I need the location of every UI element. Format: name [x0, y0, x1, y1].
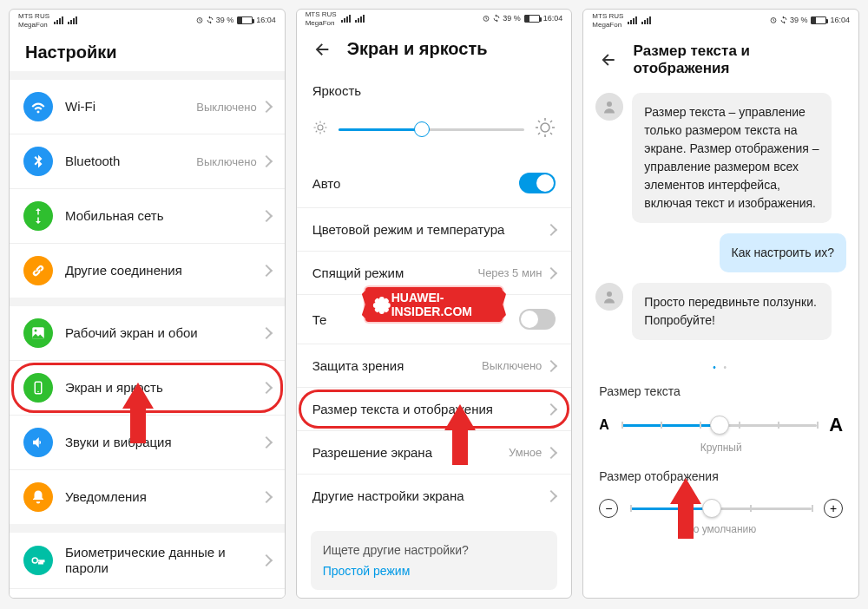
row-label: Экран и яркость	[65, 380, 262, 396]
row-home-wallpaper[interactable]: Рабочий экран и обои	[10, 306, 285, 361]
row-value: Выключено	[196, 101, 256, 114]
row-label: Уведомления	[65, 489, 262, 505]
clock: 16:04	[256, 16, 276, 24]
signal-icon	[54, 16, 63, 24]
auto-toggle[interactable]	[519, 173, 556, 193]
svg-line-28	[550, 121, 552, 122]
speaker-icon	[23, 428, 53, 457]
red-arrow-annotation	[670, 478, 701, 504]
letter-a-small-icon: A	[599, 417, 609, 433]
row-label: Мобильная сеть	[65, 208, 262, 224]
battery-icon	[811, 16, 826, 24]
page-indicator: • •	[583, 363, 858, 372]
alarm-icon	[482, 14, 490, 23]
row-label: Биометрические данные и пароли	[65, 545, 262, 576]
sync-icon	[779, 16, 788, 24]
chevron-right-icon	[545, 403, 557, 415]
toggle[interactable]	[519, 309, 556, 330]
svg-point-31	[607, 291, 612, 297]
row-value: Умное	[509, 446, 542, 459]
signal-icon-2	[641, 16, 651, 24]
chevron-right-icon	[545, 223, 557, 235]
letter-a-big-icon: A	[829, 414, 843, 436]
sync-icon	[492, 14, 501, 23]
chevron-right-icon	[260, 554, 273, 566]
svg-point-20	[541, 123, 549, 132]
row-label: Защита зрения	[312, 358, 482, 373]
row-eye-comfort[interactable]: Защита зрения Выключено	[297, 344, 572, 388]
key-icon	[23, 546, 53, 575]
plus-icon[interactable]: +	[824, 499, 843, 518]
header: Размер текста и отображения	[583, 30, 858, 86]
chevron-right-icon	[545, 266, 557, 278]
phone-screen-display: MTS RUS MegaFon 39 % 16:04 Экран и яркос…	[296, 9, 573, 599]
signal-icon	[341, 15, 351, 23]
svg-line-19	[323, 123, 325, 125]
chevron-right-icon	[260, 155, 273, 167]
row-bluetooth[interactable]: Bluetooth Выключено	[10, 134, 285, 189]
row-notifications[interactable]: Уведомления	[10, 470, 285, 524]
row-label: Bluetooth	[65, 154, 196, 169]
phone-screen-settings: MTS RUS MegaFon 39 % 16:04 Настройки	[9, 9, 286, 599]
text-size-slider[interactable]	[621, 424, 817, 427]
battery-icon	[237, 16, 253, 24]
huawei-logo-icon	[374, 297, 386, 312]
display-size-slider[interactable]	[630, 508, 812, 510]
phone-screen-text-size: MTS RUS MegaFon 39 % 16:04 Размер текста…	[582, 9, 859, 599]
svg-line-25	[538, 121, 540, 122]
header: Настройки	[10, 30, 285, 71]
chevron-right-icon	[260, 436, 273, 449]
minus-icon[interactable]: −	[599, 499, 618, 518]
chevron-right-icon	[260, 382, 273, 394]
clock: 16:04	[543, 14, 563, 23]
row-apps[interactable]: Приложения	[10, 589, 285, 598]
row-more-display[interactable]: Другие настройки экрана	[297, 475, 572, 517]
chevron-right-icon	[260, 210, 273, 222]
row-label: Wi-Fi	[65, 99, 196, 115]
avatar-icon	[595, 283, 623, 311]
row-biometrics[interactable]: Биометрические данные и пароли	[10, 533, 285, 589]
svg-line-26	[550, 133, 552, 134]
row-mobile[interactable]: Мобильная сеть	[10, 189, 285, 244]
carrier-2: MegaFon	[18, 21, 48, 29]
sync-icon	[206, 16, 214, 24]
svg-point-4	[37, 391, 39, 393]
back-arrow-icon[interactable]	[312, 40, 332, 59]
svg-point-30	[607, 102, 612, 107]
row-auto-brightness[interactable]: Авто	[297, 159, 572, 208]
row-label: Размер текста и отображения	[312, 402, 548, 416]
red-arrow-annotation	[444, 404, 476, 430]
row-sounds[interactable]: Звуки и вибрация	[10, 416, 285, 470]
row-label: Звуки и вибрация	[65, 435, 262, 450]
row-label: Другие настройки экрана	[312, 488, 548, 503]
row-wifi[interactable]: Wi-Fi Выключено	[10, 80, 285, 134]
sun-big-icon	[535, 117, 556, 141]
carrier-1: MTS RUS	[306, 10, 337, 18]
hint-question: Ищете другие настройки?	[323, 543, 546, 557]
battery-pct: 39 %	[216, 16, 234, 24]
chat-bubble: Просто передвиньте ползунки. Попробуйте!	[632, 283, 832, 340]
brightness-slider[interactable]	[339, 128, 525, 131]
row-other-connections[interactable]: Другие соединения	[10, 244, 285, 298]
mobile-data-icon	[23, 201, 53, 231]
chevron-right-icon	[260, 265, 273, 277]
wifi-icon	[23, 92, 53, 121]
settings-list: Wi-Fi Выключено Bluetooth Выключено Моби…	[10, 71, 285, 598]
row-color-mode[interactable]: Цветовой режим и температура	[297, 208, 572, 252]
battery-icon	[524, 15, 540, 23]
signal-icon-2	[355, 15, 365, 23]
signal-icon-2	[68, 16, 77, 24]
hint-link-simple-mode[interactable]: Простой режим	[323, 564, 546, 578]
brightness-slider-row	[297, 105, 572, 159]
bluetooth-icon	[23, 147, 53, 176]
row-label: Другие соединения	[65, 263, 262, 278]
display-size-slider-row: − +	[599, 499, 843, 518]
sun-small-icon	[312, 120, 328, 139]
row-resolution[interactable]: Разрешение экрана Умное	[297, 431, 572, 475]
status-bar: MTS RUS MegaFon 39 % 16:04	[10, 10, 285, 30]
row-label: Спящий режим	[312, 265, 478, 280]
back-arrow-icon[interactable]	[599, 50, 617, 69]
display-size-heading: Размер отображения	[599, 469, 843, 483]
row    -value: Через 5 мин	[477, 266, 542, 279]
row-text-display-size[interactable]: Размер текста и отображения	[297, 388, 572, 431]
